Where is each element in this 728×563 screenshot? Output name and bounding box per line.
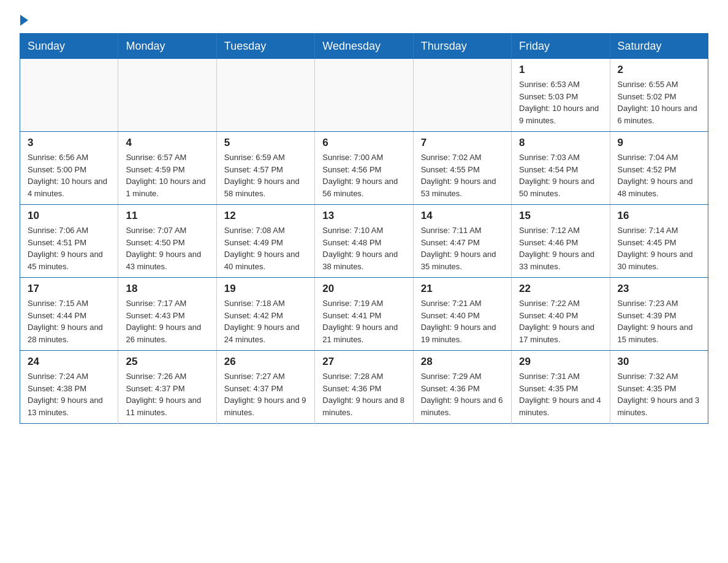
day-number: 30 <box>618 356 700 368</box>
calendar-header-monday: Monday <box>118 34 216 59</box>
day-info: Sunrise: 7:11 AM Sunset: 4:47 PM Dayligh… <box>421 224 504 272</box>
day-info: Sunrise: 7:24 AM Sunset: 4:38 PM Dayligh… <box>28 370 110 418</box>
calendar-cell: 14Sunrise: 7:11 AM Sunset: 4:47 PM Dayli… <box>413 205 511 278</box>
day-info: Sunrise: 7:19 AM Sunset: 4:41 PM Dayligh… <box>322 297 405 345</box>
calendar-cell: 7Sunrise: 7:02 AM Sunset: 4:55 PM Daylig… <box>413 132 511 205</box>
day-info: Sunrise: 7:28 AM Sunset: 4:36 PM Dayligh… <box>322 370 405 418</box>
calendar-cell: 26Sunrise: 7:27 AM Sunset: 4:37 PM Dayli… <box>216 351 314 424</box>
day-number: 22 <box>519 283 602 295</box>
day-number: 8 <box>519 137 602 149</box>
calendar-cell: 22Sunrise: 7:22 AM Sunset: 4:40 PM Dayli… <box>512 278 610 351</box>
day-number: 27 <box>322 356 405 368</box>
day-number: 25 <box>126 356 208 368</box>
calendar-week-5: 24Sunrise: 7:24 AM Sunset: 4:38 PM Dayli… <box>20 351 708 424</box>
day-number: 29 <box>519 356 602 368</box>
day-info: Sunrise: 7:27 AM Sunset: 4:37 PM Dayligh… <box>224 370 307 418</box>
calendar-cell: 25Sunrise: 7:26 AM Sunset: 4:37 PM Dayli… <box>118 351 216 424</box>
calendar-week-3: 10Sunrise: 7:06 AM Sunset: 4:51 PM Dayli… <box>20 205 708 278</box>
calendar-cell: 4Sunrise: 6:57 AM Sunset: 4:59 PM Daylig… <box>118 132 216 205</box>
day-number: 9 <box>618 137 700 149</box>
day-number: 7 <box>421 137 504 149</box>
day-info: Sunrise: 6:59 AM Sunset: 4:57 PM Dayligh… <box>224 151 307 199</box>
calendar-cell: 15Sunrise: 7:12 AM Sunset: 4:46 PM Dayli… <box>512 205 610 278</box>
calendar-cell: 23Sunrise: 7:23 AM Sunset: 4:39 PM Dayli… <box>610 278 708 351</box>
day-info: Sunrise: 7:08 AM Sunset: 4:49 PM Dayligh… <box>224 224 307 272</box>
day-info: Sunrise: 7:23 AM Sunset: 4:39 PM Dayligh… <box>618 297 700 345</box>
calendar-cell: 24Sunrise: 7:24 AM Sunset: 4:38 PM Dayli… <box>20 351 118 424</box>
day-number: 13 <box>322 210 405 222</box>
day-info: Sunrise: 7:03 AM Sunset: 4:54 PM Dayligh… <box>519 151 602 199</box>
day-number: 20 <box>322 283 405 295</box>
calendar-cell: 12Sunrise: 7:08 AM Sunset: 4:49 PM Dayli… <box>216 205 314 278</box>
day-number: 17 <box>28 283 110 295</box>
day-number: 19 <box>224 283 307 295</box>
calendar-header-friday: Friday <box>512 34 610 59</box>
day-number: 26 <box>224 356 307 368</box>
day-number: 18 <box>126 283 208 295</box>
page-header <box>20 15 708 23</box>
calendar-cell: 21Sunrise: 7:21 AM Sunset: 4:40 PM Dayli… <box>413 278 511 351</box>
day-info: Sunrise: 7:06 AM Sunset: 4:51 PM Dayligh… <box>28 224 110 272</box>
day-number: 28 <box>421 356 504 368</box>
calendar-cell: 11Sunrise: 7:07 AM Sunset: 4:50 PM Dayli… <box>118 205 216 278</box>
calendar-cell: 13Sunrise: 7:10 AM Sunset: 4:48 PM Dayli… <box>315 205 413 278</box>
day-number: 23 <box>618 283 700 295</box>
day-info: Sunrise: 7:18 AM Sunset: 4:42 PM Dayligh… <box>224 297 307 345</box>
day-number: 16 <box>618 210 700 222</box>
calendar-cell: 28Sunrise: 7:29 AM Sunset: 4:36 PM Dayli… <box>413 351 511 424</box>
day-info: Sunrise: 7:31 AM Sunset: 4:35 PM Dayligh… <box>519 370 602 418</box>
day-info: Sunrise: 7:32 AM Sunset: 4:35 PM Dayligh… <box>618 370 700 418</box>
logo-area <box>20 15 29 23</box>
day-info: Sunrise: 7:17 AM Sunset: 4:43 PM Dayligh… <box>126 297 208 345</box>
calendar-cell: 20Sunrise: 7:19 AM Sunset: 4:41 PM Dayli… <box>315 278 413 351</box>
calendar-cell: 16Sunrise: 7:14 AM Sunset: 4:45 PM Dayli… <box>610 205 708 278</box>
calendar-table: SundayMondayTuesdayWednesdayThursdayFrid… <box>20 33 708 424</box>
day-info: Sunrise: 7:26 AM Sunset: 4:37 PM Dayligh… <box>126 370 208 418</box>
day-number: 24 <box>28 356 110 368</box>
calendar-cell: 30Sunrise: 7:32 AM Sunset: 4:35 PM Dayli… <box>610 351 708 424</box>
logo-top-line <box>20 15 29 26</box>
calendar-week-2: 3Sunrise: 6:56 AM Sunset: 5:00 PM Daylig… <box>20 132 708 205</box>
logo-triangle-icon <box>20 15 28 26</box>
calendar-cell <box>315 59 413 132</box>
day-info: Sunrise: 7:04 AM Sunset: 4:52 PM Dayligh… <box>618 151 700 199</box>
day-number: 12 <box>224 210 307 222</box>
calendar-header-saturday: Saturday <box>610 34 708 59</box>
day-info: Sunrise: 7:14 AM Sunset: 4:45 PM Dayligh… <box>618 224 700 272</box>
day-info: Sunrise: 6:55 AM Sunset: 5:02 PM Dayligh… <box>618 79 700 126</box>
calendar-header-thursday: Thursday <box>413 34 511 59</box>
day-info: Sunrise: 7:07 AM Sunset: 4:50 PM Dayligh… <box>126 224 208 272</box>
day-info: Sunrise: 7:02 AM Sunset: 4:55 PM Dayligh… <box>421 151 504 199</box>
calendar-cell: 10Sunrise: 7:06 AM Sunset: 4:51 PM Dayli… <box>20 205 118 278</box>
calendar-cell: 3Sunrise: 6:56 AM Sunset: 5:00 PM Daylig… <box>20 132 118 205</box>
day-number: 14 <box>421 210 504 222</box>
calendar-header-row: SundayMondayTuesdayWednesdayThursdayFrid… <box>20 34 708 59</box>
calendar-cell: 2Sunrise: 6:55 AM Sunset: 5:02 PM Daylig… <box>610 59 708 132</box>
calendar-cell: 18Sunrise: 7:17 AM Sunset: 4:43 PM Dayli… <box>118 278 216 351</box>
calendar-cell: 19Sunrise: 7:18 AM Sunset: 4:42 PM Dayli… <box>216 278 314 351</box>
calendar-cell: 27Sunrise: 7:28 AM Sunset: 4:36 PM Dayli… <box>315 351 413 424</box>
calendar-cell: 29Sunrise: 7:31 AM Sunset: 4:35 PM Dayli… <box>512 351 610 424</box>
day-number: 11 <box>126 210 208 222</box>
calendar-header-wednesday: Wednesday <box>315 34 413 59</box>
day-number: 4 <box>126 137 208 149</box>
day-info: Sunrise: 6:56 AM Sunset: 5:00 PM Dayligh… <box>28 151 110 199</box>
calendar-cell <box>118 59 216 132</box>
day-number: 15 <box>519 210 602 222</box>
calendar-header-tuesday: Tuesday <box>216 34 314 59</box>
calendar-header-sunday: Sunday <box>20 34 118 59</box>
calendar-cell: 1Sunrise: 6:53 AM Sunset: 5:03 PM Daylig… <box>512 59 610 132</box>
day-number: 2 <box>618 64 700 76</box>
day-info: Sunrise: 7:12 AM Sunset: 4:46 PM Dayligh… <box>519 224 602 272</box>
day-info: Sunrise: 6:53 AM Sunset: 5:03 PM Dayligh… <box>519 79 602 126</box>
calendar-cell: 5Sunrise: 6:59 AM Sunset: 4:57 PM Daylig… <box>216 132 314 205</box>
day-number: 1 <box>519 64 602 76</box>
day-info: Sunrise: 7:21 AM Sunset: 4:40 PM Dayligh… <box>421 297 504 345</box>
calendar-cell <box>413 59 511 132</box>
calendar-cell: 17Sunrise: 7:15 AM Sunset: 4:44 PM Dayli… <box>20 278 118 351</box>
day-number: 5 <box>224 137 307 149</box>
day-info: Sunrise: 6:57 AM Sunset: 4:59 PM Dayligh… <box>126 151 208 199</box>
day-number: 10 <box>28 210 110 222</box>
calendar-cell <box>20 59 118 132</box>
day-number: 6 <box>322 137 405 149</box>
